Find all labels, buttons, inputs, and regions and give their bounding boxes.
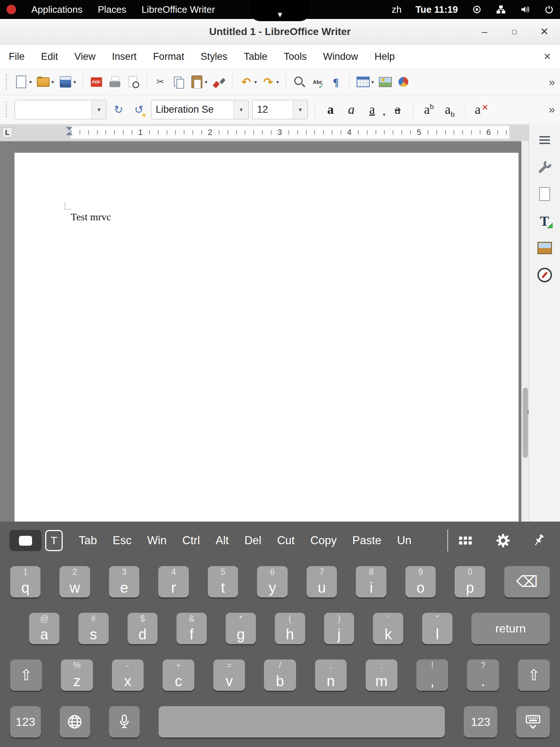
key-dismiss-keyboard[interactable] bbox=[516, 706, 550, 738]
scrollbar-thumb[interactable] bbox=[523, 388, 528, 458]
menu-tools[interactable]: Tools bbox=[281, 50, 309, 64]
key-d[interactable]: $d bbox=[128, 613, 158, 644]
font-size-value[interactable]: 12 bbox=[253, 100, 293, 119]
top-notch-handle[interactable]: ▼ bbox=[250, 0, 310, 21]
menu-table[interactable]: Table bbox=[242, 50, 270, 64]
key-n[interactable]: ;n bbox=[315, 659, 347, 691]
key-p[interactable]: 0p bbox=[455, 566, 485, 597]
key-b[interactable]: /b bbox=[264, 659, 296, 691]
key-j[interactable]: )j bbox=[324, 613, 354, 644]
dropdown-arrow-icon[interactable]: ▾ bbox=[73, 79, 76, 85]
key-i[interactable]: 8i bbox=[356, 566, 386, 597]
network-icon[interactable] bbox=[496, 4, 506, 15]
insert-table-button[interactable]: ▾ bbox=[355, 74, 375, 90]
redo-button[interactable]: ↷▾ bbox=[260, 74, 280, 90]
fnkey-del[interactable]: Del bbox=[244, 534, 261, 547]
update-style-button[interactable]: ↻ bbox=[110, 100, 127, 119]
strikethrough-button[interactable]: a bbox=[389, 100, 406, 119]
key-shift-right[interactable]: ⇧ bbox=[518, 659, 550, 691]
toolbar-overflow-button[interactable]: » bbox=[549, 76, 555, 88]
clock[interactable]: Tue 11:19 bbox=[415, 4, 458, 15]
toolbar-grip[interactable] bbox=[6, 102, 8, 117]
key-c[interactable]: +c bbox=[163, 659, 194, 691]
menu-format[interactable]: Format bbox=[151, 50, 187, 64]
key-return[interactable]: return bbox=[471, 613, 550, 644]
menu-file[interactable]: File bbox=[7, 50, 27, 64]
keyboard-pin-icon[interactable] bbox=[533, 533, 545, 548]
menu-styles[interactable]: Styles bbox=[198, 50, 230, 64]
formatting-marks-button[interactable]: ¶ bbox=[328, 74, 344, 90]
screen-cast-icon[interactable] bbox=[472, 4, 482, 15]
find-replace-button[interactable] bbox=[291, 74, 307, 90]
document-close-button[interactable]: ✕ bbox=[543, 51, 551, 62]
key-a[interactable]: @a bbox=[29, 613, 59, 644]
sidebar-navigator-button[interactable] bbox=[534, 264, 555, 286]
dropdown-arrow-icon[interactable]: ▾ bbox=[371, 79, 374, 85]
save-button[interactable]: ▾ bbox=[57, 74, 77, 90]
key-g[interactable]: *g bbox=[226, 613, 256, 644]
sidebar-settings-button[interactable] bbox=[534, 129, 555, 151]
key-o[interactable]: 9o bbox=[405, 566, 436, 597]
first-line-indent-icon[interactable] bbox=[66, 127, 73, 131]
menu-edit[interactable]: Edit bbox=[39, 50, 61, 64]
fnkey-alt[interactable]: Alt bbox=[215, 534, 229, 547]
key-r[interactable]: 4r bbox=[158, 566, 188, 597]
volume-icon[interactable] bbox=[520, 4, 530, 15]
hanging-indent-icon[interactable] bbox=[66, 132, 73, 135]
clear-formatting-button[interactable]: a bbox=[472, 100, 490, 119]
font-size-combobox[interactable]: 12 ▾ bbox=[252, 100, 308, 119]
fnkey-copy[interactable]: Copy bbox=[310, 534, 337, 547]
key-,[interactable]: !, bbox=[416, 659, 448, 691]
keyboard-layout-grid-icon[interactable] bbox=[459, 537, 462, 540]
applications-logo-icon[interactable] bbox=[7, 5, 16, 14]
key-space[interactable] bbox=[159, 706, 445, 738]
dropdown-arrow-icon[interactable]: ▾ bbox=[205, 79, 208, 85]
applications-menu[interactable]: Applications bbox=[31, 4, 82, 15]
key-t[interactable]: 5t bbox=[208, 566, 238, 597]
key-f[interactable]: &f bbox=[176, 613, 207, 644]
vertical-scrollbar[interactable] bbox=[521, 141, 529, 522]
fnkey-ctrl[interactable]: Ctrl bbox=[182, 534, 200, 547]
print-button[interactable] bbox=[107, 74, 123, 90]
key-y[interactable]: 6y bbox=[257, 566, 287, 597]
insert-image-button[interactable] bbox=[377, 74, 393, 90]
fnkey-tab[interactable]: Tab bbox=[79, 534, 97, 547]
undo-button[interactable]: ↶▾ bbox=[238, 74, 258, 90]
key-l[interactable]: "l bbox=[422, 613, 452, 644]
keyboard-mode-toggle[interactable]: T bbox=[9, 530, 63, 551]
paste-button[interactable]: ▾ bbox=[189, 74, 209, 90]
key-s[interactable]: #s bbox=[78, 613, 109, 644]
key-z[interactable]: %z bbox=[61, 659, 93, 691]
dropdown-arrow-icon[interactable]: ▾ bbox=[276, 79, 279, 85]
superscript-button[interactable]: a bbox=[420, 100, 438, 119]
tab-stop-selector[interactable]: L bbox=[2, 127, 12, 138]
window-titlebar[interactable]: Untitled 1 - LibreOffice Writer – ▢ ✕ bbox=[0, 19, 560, 44]
key-v[interactable]: =v bbox=[213, 659, 245, 691]
copy-button[interactable] bbox=[171, 74, 187, 90]
key-shift-left[interactable]: ⇧ bbox=[10, 659, 42, 691]
menu-window[interactable]: Window bbox=[321, 50, 360, 64]
chevron-down-icon[interactable]: ▾ bbox=[293, 100, 307, 119]
key-u[interactable]: 7u bbox=[307, 566, 337, 597]
sidebar-properties-button[interactable] bbox=[534, 156, 555, 178]
clone-formatting-button[interactable] bbox=[211, 74, 227, 90]
menu-view[interactable]: View bbox=[72, 50, 98, 64]
horizontal-ruler[interactable]: 123456 L bbox=[0, 124, 529, 141]
key-x[interactable]: -x bbox=[112, 659, 144, 691]
open-button[interactable]: ▾ bbox=[35, 74, 55, 90]
key-numbers-left[interactable]: 123 bbox=[10, 706, 41, 738]
insert-chart-button[interactable] bbox=[396, 74, 412, 90]
input-method-indicator[interactable]: zh bbox=[392, 4, 401, 15]
fnkey-un[interactable]: Un bbox=[397, 534, 412, 547]
font-name-value[interactable]: Liberation Se bbox=[151, 100, 234, 119]
italic-button[interactable]: a bbox=[343, 100, 360, 119]
places-menu[interactable]: Places bbox=[98, 4, 126, 15]
paragraph-style-combobox[interactable]: ▾ bbox=[15, 100, 106, 119]
maximize-button[interactable]: ▢ bbox=[508, 28, 521, 35]
keyboard-settings-gear-icon[interactable] bbox=[496, 533, 510, 548]
new-document-button[interactable]: ▾ bbox=[13, 74, 33, 90]
fnkey-cut[interactable]: Cut bbox=[277, 534, 295, 547]
key-q[interactable]: 1q bbox=[10, 566, 40, 597]
dropdown-arrow-icon[interactable]: ▾ bbox=[51, 79, 54, 85]
key-.[interactable]: ?. bbox=[467, 659, 499, 691]
